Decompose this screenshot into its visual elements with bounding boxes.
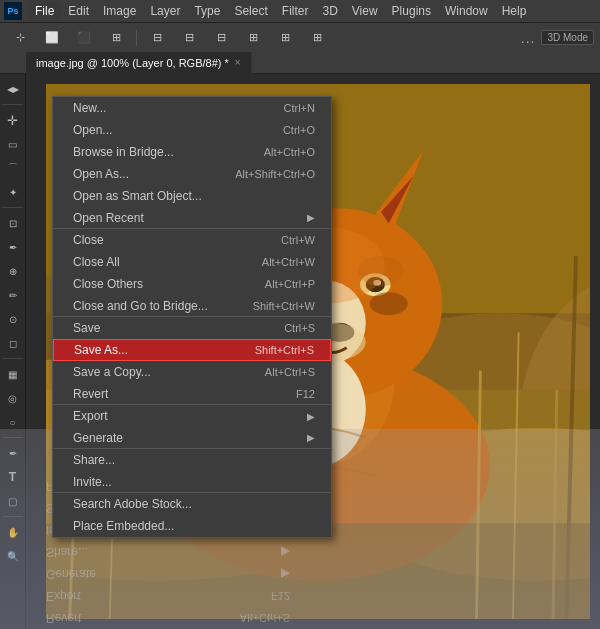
toolbar: ⊹ ⬜ ⬛ ⊞ ⊟ ⊟ ⊟ ⊞ ⊞ ⊞ ... 3D Mode [0,22,600,52]
dodge-tool[interactable]: ○ [2,411,24,433]
menu-item-generate[interactable]: Generate ▶ [53,427,331,449]
gradient-tool[interactable]: ▦ [2,363,24,385]
toolbar-overflow[interactable]: ... [521,30,536,46]
menu-item-close-bridge[interactable]: Close and Go to Bridge... Shift+Ctrl+W [53,295,331,317]
toolbar-select1[interactable]: ⬜ [38,27,66,49]
menu-item-close-bridge-shortcut: Shift+Ctrl+W [253,300,315,312]
zoom-tool[interactable]: 🔍 [2,545,24,567]
tab-bar: image.jpg @ 100% (Layer 0, RGB/8#) * × [0,52,600,74]
toolbar-right: ... 3D Mode [521,30,594,46]
menu-item-open-label: Open... [73,123,112,137]
clone-tool[interactable]: ⊙ [2,308,24,330]
shape-tool[interactable]: ▢ [2,490,24,512]
menu-item-new-label: New... [73,101,106,115]
menu-item-browse-bridge[interactable]: Browse in Bridge... Alt+Ctrl+O [53,141,331,163]
pen-tool[interactable]: ✒ [2,442,24,464]
menu-item-search-stock-label: Search Adobe Stock... [73,497,192,511]
menu-layer[interactable]: Layer [143,2,187,20]
menu-plugins[interactable]: Plugins [385,2,438,20]
menu-3d[interactable]: 3D [315,2,344,20]
menu-item-search-stock[interactable]: Search Adobe Stock... [53,493,331,515]
toolbar-move[interactable]: ⊹ [6,27,34,49]
magic-wand-tool[interactable]: ✦ [2,181,24,203]
brush-tool[interactable]: ✏ [2,284,24,306]
menu-help[interactable]: Help [495,2,534,20]
dropdown-overlay: New... Ctrl+N Open... Ctrl+O Browse in B… [26,74,600,629]
menu-item-open-as[interactable]: Open As... Alt+Shift+Ctrl+O [53,163,331,185]
crop-tool[interactable]: ⊡ [2,212,24,234]
blur-tool[interactable]: ◎ [2,387,24,409]
menu-item-open[interactable]: Open... Ctrl+O [53,119,331,141]
menu-item-browse-bridge-shortcut: Alt+Ctrl+O [264,146,315,158]
menu-item-share-label: Share... [73,453,115,467]
menu-bar: Ps File Edit Image Layer Type Select Fil… [0,0,600,22]
collapse-tool[interactable]: ◀▶ [2,78,24,100]
menu-item-revert[interactable]: Revert F12 [53,383,331,405]
eraser-tool[interactable]: ◻ [2,332,24,354]
menu-item-invite-label: Invite... [73,475,112,489]
menu-item-save-copy[interactable]: Save a Copy... Alt+Ctrl+S [53,361,331,383]
canvas-area: New... Ctrl+N Open... Ctrl+O Browse in B… [26,74,600,629]
select-tool[interactable]: ▭ [2,133,24,155]
menu-item-save[interactable]: Save Ctrl+S [53,317,331,339]
tab-label: image.jpg @ 100% (Layer 0, RGB/8#) * [36,57,229,69]
menu-item-save-as-label: Save As... [74,343,128,357]
menu-filter[interactable]: Filter [275,2,316,20]
eyedropper-tool[interactable]: ✒ [2,236,24,258]
menu-view[interactable]: View [345,2,385,20]
menu-item-close-all-label: Close All [73,255,120,269]
toolbar-align2[interactable]: ⊟ [175,27,203,49]
toolbar-align5[interactable]: ⊞ [271,27,299,49]
menu-item-open-recent-arrow: ▶ [307,212,315,223]
mode-badge: 3D Mode [541,30,594,45]
menu-item-close-all[interactable]: Close All Alt+Ctrl+W [53,251,331,273]
menu-item-close-shortcut: Ctrl+W [281,234,315,246]
active-tab[interactable]: image.jpg @ 100% (Layer 0, RGB/8#) * × [26,52,252,74]
tab-close-button[interactable]: × [235,57,241,68]
tool-sep [3,104,23,105]
move-tool[interactable]: ✛ [2,109,24,131]
menu-image[interactable]: Image [96,2,143,20]
menu-item-open-recent[interactable]: Open Recent ▶ [53,207,331,229]
menu-file[interactable]: File [28,2,61,20]
tool-sep4 [3,437,23,438]
menu-item-export[interactable]: Export ▶ [53,405,331,427]
menu-item-export-label: Export [73,409,108,423]
tool-sep2 [3,207,23,208]
menu-item-invite[interactable]: Invite... [53,471,331,493]
tool-sep3 [3,358,23,359]
tool-sep5 [3,516,23,517]
toolbar-align3[interactable]: ⊟ [207,27,235,49]
menu-item-generate-label: Generate [73,431,123,445]
toolbar-select2[interactable]: ⬛ [70,27,98,49]
menu-item-open-smart[interactable]: Open as Smart Object... [53,185,331,207]
menu-item-revert-label: Revert [73,387,108,401]
menu-edit[interactable]: Edit [61,2,96,20]
menu-item-save-as-shortcut: Shift+Ctrl+S [255,344,314,356]
menu-item-close-label: Close [73,233,104,247]
menu-item-save-label: Save [73,321,100,335]
menu-item-close-others-label: Close Others [73,277,143,291]
lasso-tool[interactable]: ⌒ [2,157,24,179]
menu-item-share[interactable]: Share... [53,449,331,471]
menu-type[interactable]: Type [187,2,227,20]
heal-tool[interactable]: ⊕ [2,260,24,282]
menu-item-open-recent-label: Open Recent [73,211,144,225]
hand-tool[interactable]: ✋ [2,521,24,543]
text-tool[interactable]: T [2,466,24,488]
menu-item-close-others[interactable]: Close Others Alt+Ctrl+P [53,273,331,295]
menu-item-new[interactable]: New... Ctrl+N [53,97,331,119]
menu-window[interactable]: Window [438,2,495,20]
menu-item-open-shortcut: Ctrl+O [283,124,315,136]
toolbar-align6[interactable]: ⊞ [303,27,331,49]
toolbar-align1[interactable]: ⊟ [143,27,171,49]
menu-item-open-as-shortcut: Alt+Shift+Ctrl+O [235,168,315,180]
menu-item-save-as[interactable]: Save As... Shift+Ctrl+S [53,339,331,361]
menu-item-place-embedded[interactable]: Place Embedded... [53,515,331,537]
toolbar-select3[interactable]: ⊞ [102,27,130,49]
menu-select[interactable]: Select [227,2,274,20]
toolbar-align4[interactable]: ⊞ [239,27,267,49]
menu-item-close[interactable]: Close Ctrl+W [53,229,331,251]
menu-item-open-smart-label: Open as Smart Object... [73,189,202,203]
menu-item-save-copy-label: Save a Copy... [73,365,151,379]
